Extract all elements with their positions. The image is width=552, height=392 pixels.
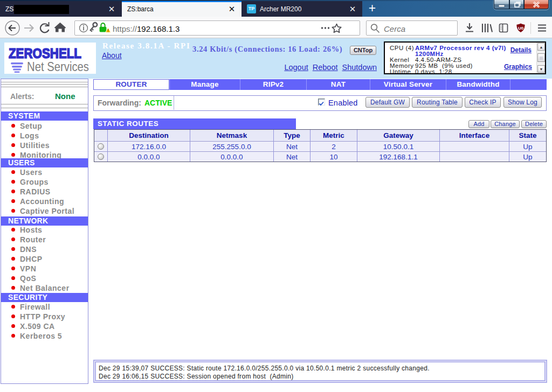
svg-text:ZEROSHELL: ZEROSHELL (9, 46, 81, 61)
svg-text:U0: U0 (518, 26, 524, 31)
